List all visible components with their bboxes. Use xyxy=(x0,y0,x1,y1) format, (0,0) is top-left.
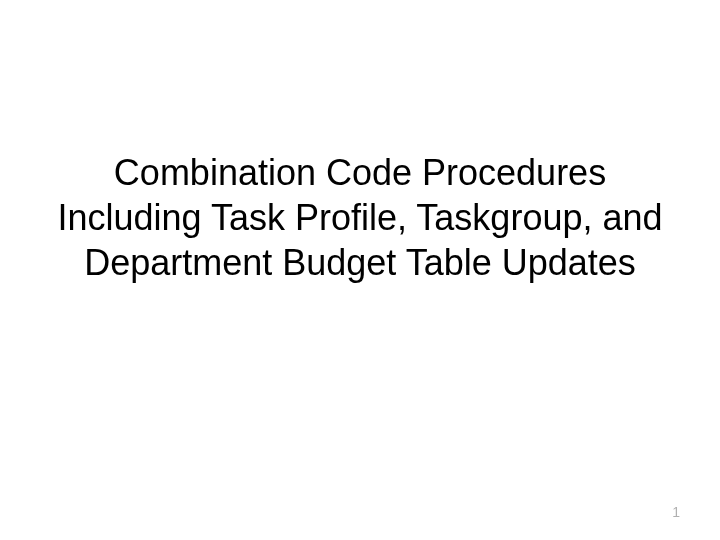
slide-title: Combination Code Procedures Including Ta… xyxy=(50,150,670,285)
page-number: 1 xyxy=(672,504,680,520)
slide-container: Combination Code Procedures Including Ta… xyxy=(0,0,720,540)
